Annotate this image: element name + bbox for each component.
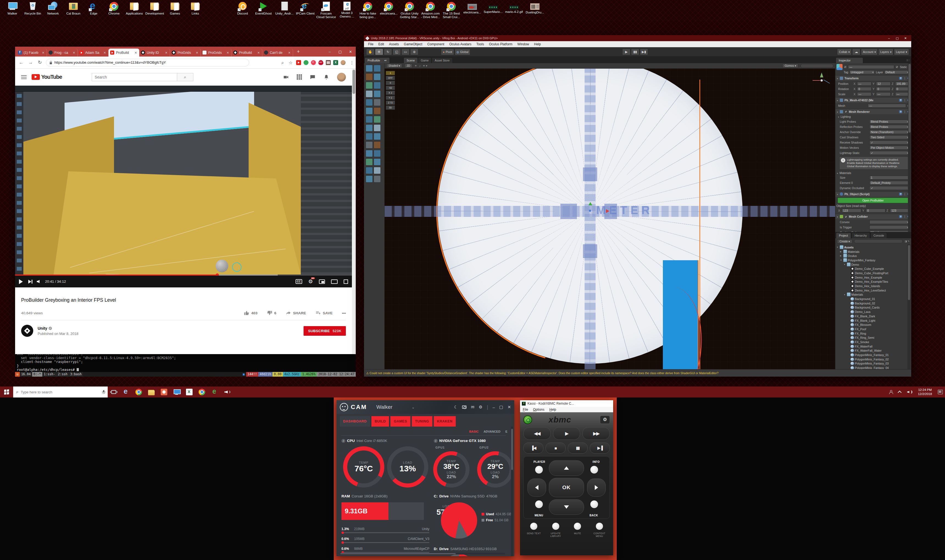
task-view-button[interactable] (108, 386, 120, 397)
left-button[interactable] (527, 478, 546, 497)
probuilder-tool-icon[interactable] (365, 142, 373, 149)
component-enabled-checkbox[interactable]: ✓ (845, 215, 848, 218)
probuilder-tool-icon[interactable] (374, 107, 381, 114)
mesh-renderer-header[interactable]: ✓ Mesh Renderer ?⋮⚙ (836, 109, 911, 114)
taskbar-app-button[interactable] (196, 386, 208, 397)
mute-button[interactable] (574, 523, 581, 530)
property-value[interactable]: Blend Probes (869, 125, 910, 129)
probuilder-tool-icon[interactable] (374, 167, 381, 174)
taskbar-search[interactable] (13, 386, 108, 397)
probuilder-tool-icon[interactable] (374, 150, 381, 157)
taskbar-app-button[interactable] (133, 386, 145, 397)
tree-item[interactable]: Demo_Hex_Islands (837, 284, 911, 288)
project-scrollbar[interactable] (907, 244, 911, 369)
panel-menu-icon[interactable]: ⚿ ⋮ (906, 59, 910, 62)
browser-menu-icon[interactable] (348, 60, 353, 65)
tree-item[interactable]: Oculus (837, 254, 911, 258)
player-button[interactable] (535, 466, 543, 474)
panel-tab[interactable]: Project (836, 232, 851, 238)
update-library-button[interactable] (552, 523, 559, 530)
shading-mode-dropdown[interactable]: Shaded ▾ (386, 64, 402, 68)
cam-tab[interactable]: BUILD (372, 416, 389, 426)
desktop-icon[interactable]: Oculus Unity Getting Star... (399, 2, 420, 19)
cam-profile-name[interactable]: Walker (376, 404, 392, 410)
excel-extension-icon[interactable] (333, 60, 338, 65)
up-button[interactable] (549, 460, 584, 476)
probuilder-tool-icon[interactable] (365, 167, 373, 174)
tree-item[interactable]: FX_WaterFall_Water (837, 349, 911, 353)
desktop-icon[interactable]: electricwra... (462, 2, 483, 19)
url-text[interactable]: https://www.youtube.com/watch?time_conti… (54, 60, 166, 65)
view-tab[interactable]: Game (418, 57, 432, 63)
terminal-window[interactable]: uid "\001\000\024\321\332<\221"; set ven… (15, 351, 356, 377)
tab-close-icon[interactable] (41, 51, 45, 55)
probuilder-tool-icon[interactable] (374, 116, 381, 123)
desktop-icon[interactable]: electricwra... (379, 2, 399, 19)
youtube-logo[interactable]: YouTube (32, 74, 62, 80)
step-button[interactable]: ▶▮ (640, 49, 648, 55)
browser-tab[interactable]: Adam Sa (78, 49, 108, 57)
desktop-icon[interactable]: Unity_Andr... (274, 2, 294, 19)
unity-menu-item[interactable]: GameObject (401, 42, 425, 46)
desktop-icon[interactable]: SuperMario... (483, 2, 503, 19)
new-tab-button[interactable] (295, 48, 302, 55)
feedback-mail-icon[interactable] (471, 405, 475, 409)
tree-item[interactable]: Background_02 (837, 301, 911, 306)
cloud-icon[interactable]: ☁ (852, 49, 860, 55)
probuilder-tool-icon[interactable] (365, 116, 373, 123)
captions-icon[interactable]: CC (296, 279, 302, 284)
tree-expander-icon[interactable] (840, 259, 843, 261)
upload-video-icon[interactable] (283, 74, 289, 80)
taskbar-app-button[interactable] (208, 386, 221, 397)
info-button[interactable] (590, 466, 598, 474)
like-button[interactable]: 403 (244, 310, 258, 316)
property-value[interactable]: None (Transform) (869, 130, 910, 134)
open-probuilder-button[interactable]: Open ProBuilder (838, 198, 908, 203)
process-item[interactable]: 0.6% 105MB CAMClient_V3 (341, 537, 429, 543)
back-icon[interactable]: ← (18, 60, 25, 65)
mesh-collider-header[interactable]: ✓ Mesh Collider ?⋮⚙ (836, 214, 911, 219)
browser-tab[interactable]: ProGrids (201, 49, 231, 57)
account-avatar[interactable] (337, 73, 346, 82)
tree-item[interactable]: PolygonMinis_Fantasy_04 (837, 366, 911, 369)
hand-tool-icon[interactable]: ✋ (366, 49, 375, 55)
unity-status-bar[interactable]: ⚠ Could not create a custom UI for the s… (364, 369, 911, 377)
rect-tool-icon[interactable]: ▭ (401, 49, 410, 55)
browser-scrollbar[interactable] (352, 69, 356, 354)
menu-button[interactable] (535, 500, 543, 508)
unity-menu-item[interactable]: Oculus Platform (487, 42, 515, 46)
settings-gear-icon[interactable] (479, 405, 483, 409)
more-actions-icon[interactable]: ••• (342, 311, 346, 315)
probuilder-tool-icon[interactable] (365, 158, 373, 166)
screenshot-camera-icon[interactable] (462, 405, 466, 409)
desktop-icon[interactable]: Cal Braun (63, 2, 83, 15)
browser-tab[interactable]: Unity ID (139, 49, 170, 57)
probuilder-tool-icon[interactable] (365, 133, 373, 140)
fast-forward-button[interactable]: ▶▶ (583, 427, 610, 440)
adblock-extension-icon[interactable] (318, 60, 323, 65)
process-item[interactable]: 1.3% 219MB Unity (341, 527, 429, 533)
transform-gizmo-icon[interactable]: ⊕ (410, 49, 418, 55)
tree-item[interactable]: FX_WaterFall (837, 344, 911, 349)
unity-menu-item[interactable]: Component (425, 42, 447, 46)
probuilder-tool-icon[interactable] (374, 65, 381, 72)
hamburger-menu-icon[interactable] (21, 75, 27, 79)
close-button[interactable] (345, 47, 356, 57)
maximize-button[interactable]: ▢ (499, 405, 503, 409)
progrids-button[interactable]: 0 (386, 81, 395, 85)
youtube-extension-icon[interactable] (296, 60, 301, 65)
z-field[interactable]: 191.89 (895, 82, 910, 86)
tab-inspector[interactable]: Inspector (836, 57, 863, 63)
static-checkbox[interactable]: ✓ (895, 65, 899, 69)
property-value[interactable]: 1 (869, 176, 910, 180)
active-checkbox[interactable]: ✓ (844, 65, 847, 69)
next-icon[interactable] (28, 280, 31, 283)
kodi-menu-item[interactable]: Help (549, 408, 556, 411)
tree-item[interactable]: FX_Smoke (837, 340, 911, 344)
cam-subtab[interactable]: E (506, 430, 507, 433)
dislike-button[interactable]: 6 (267, 310, 276, 316)
tray-expand-chevron-icon[interactable] (896, 386, 905, 397)
fullscreen-icon[interactable] (344, 280, 348, 284)
pocket-extension-icon[interactable] (311, 60, 316, 65)
layer-dropdown[interactable]: Default (884, 70, 910, 74)
